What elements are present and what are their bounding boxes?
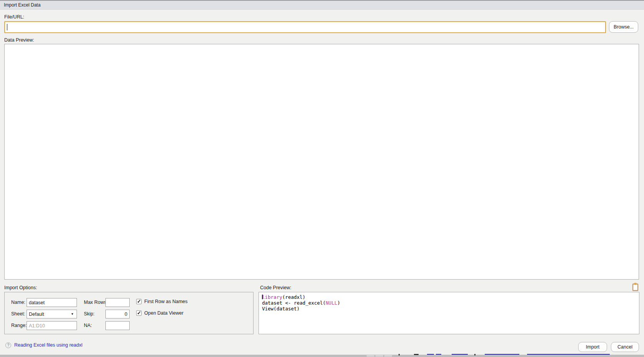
data-preview-label: Data Preview: — [4, 37, 34, 43]
browse-button[interactable]: Browse... — [609, 21, 638, 33]
first-row-as-names-option[interactable]: First Row as Names — [136, 299, 188, 304]
checkbox-checked-icon[interactable] — [136, 299, 142, 304]
help-link[interactable]: Reading Excel files using readxl — [14, 342, 82, 348]
background-window-strip — [0, 354, 644, 357]
name-label: Name: — [11, 300, 25, 305]
range-label: Range: — [11, 323, 27, 328]
data-preview-area — [4, 44, 639, 280]
text-caret — [7, 24, 7, 30]
first-row-as-names-label: First Row as Names — [144, 299, 188, 304]
file-url-input[interactable] — [4, 21, 606, 33]
dialog-title: Import Excel Data — [4, 2, 40, 8]
open-data-viewer-option[interactable]: Open Data Viewer — [136, 310, 184, 316]
max-rows-label: Max Rows: — [84, 300, 108, 305]
import-options-label: Import Options: — [4, 285, 37, 290]
code-preview-editor[interactable]: library(readxl)dataset <- read_excel(NUL… — [259, 292, 639, 334]
copy-to-clipboard-icon[interactable] — [632, 283, 639, 292]
import-excel-dialog-screen: { "dialog": { "title": "Import Excel Dat… — [0, 0, 644, 357]
help-link-row[interactable]: ? Reading Excel files using readxl — [5, 341, 82, 349]
chevron-down-icon: ▼ — [71, 312, 74, 316]
sheet-selected-value: Default — [29, 312, 44, 317]
name-input[interactable] — [27, 298, 77, 307]
open-data-viewer-label: Open Data Viewer — [144, 310, 184, 316]
import-options-box: Name: Sheet: Default ▼ Range: Max Rows: … — [4, 292, 254, 334]
checkbox-checked-icon[interactable] — [136, 310, 142, 316]
skip-input[interactable] — [105, 310, 130, 318]
sheet-select[interactable]: Default ▼ — [27, 310, 77, 318]
file-url-label: File/URL: — [4, 14, 24, 20]
na-input[interactable] — [105, 321, 130, 330]
code-preview-label: Code Preview: — [260, 285, 291, 290]
dialog-titlebar: Import Excel Data — [0, 0, 644, 10]
max-rows-input[interactable] — [105, 298, 130, 307]
background-window-edge — [0, 355, 644, 357]
help-question-icon[interactable]: ? — [5, 342, 11, 348]
skip-label: Skip: — [84, 311, 95, 317]
cancel-button[interactable]: Cancel — [611, 342, 639, 352]
range-input[interactable] — [27, 321, 77, 330]
sheet-label: Sheet: — [11, 311, 25, 317]
na-label: NA: — [84, 323, 92, 328]
import-button[interactable]: Import — [578, 342, 607, 352]
